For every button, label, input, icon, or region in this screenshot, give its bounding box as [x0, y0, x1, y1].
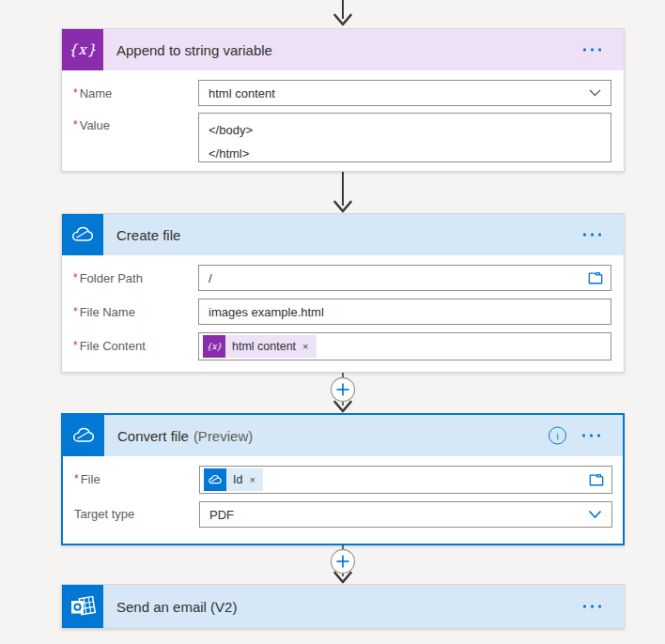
card-header[interactable]: Send an email (V2) [62, 585, 624, 628]
file-input[interactable]: Id × [199, 466, 612, 494]
onedrive-cloud-icon [204, 468, 226, 491]
field-label-file: *File [74, 472, 101, 486]
more-menu-button[interactable] [580, 429, 602, 443]
file-name-input[interactable]: images example.html [198, 299, 611, 325]
arrow-down-connector [326, 171, 360, 213]
file-content-input[interactable]: {x} html content × [198, 332, 611, 360]
token-pill-html-content[interactable]: {x} html content × [203, 335, 317, 358]
preview-tag: (Preview) [193, 428, 253, 444]
folder-icon[interactable] [588, 472, 605, 487]
name-value: html content [209, 86, 275, 100]
token-pill-id[interactable]: Id × [204, 468, 263, 491]
outlook-icon [62, 585, 103, 628]
chevron-down-icon[interactable] [588, 510, 602, 519]
chevron-down-icon[interactable] [589, 89, 601, 98]
field-label-target-type: Target type [74, 507, 134, 521]
file-name-value: images example.html [209, 305, 324, 319]
folder-path-input[interactable]: / [198, 265, 611, 291]
onedrive-cloud-icon [62, 214, 103, 255]
value-line: </html> [209, 142, 601, 165]
field-label-file-content: *File Content [73, 339, 146, 353]
variable-braces-x-icon: {x} [203, 335, 225, 358]
folder-path-value: / [209, 271, 212, 285]
field-label-value: *Value [73, 118, 110, 132]
card-header[interactable]: Convert file (Preview) i [63, 415, 623, 456]
value-line: </body> [209, 118, 601, 142]
plus-icon[interactable] [332, 550, 355, 574]
more-menu-button[interactable] [581, 43, 603, 57]
more-menu-button[interactable] [581, 228, 603, 242]
insert-step-connector[interactable] [326, 372, 360, 413]
plus-icon[interactable] [332, 378, 355, 402]
action-card-convert-file: Convert file (Preview) i *File Id × [61, 413, 625, 545]
target-type-dropdown[interactable]: PDF [199, 501, 612, 528]
value-textarea[interactable]: </body> </html> [198, 113, 611, 162]
field-label-folder-path: *Folder Path [73, 271, 143, 285]
card-title: Append to string variable [116, 29, 272, 70]
variable-braces-x-icon: {x} [62, 29, 103, 70]
arrow-down-connector [326, 0, 360, 28]
token-label: html content [232, 340, 296, 353]
required-marker: * [73, 86, 78, 100]
field-label-name: *Name [73, 86, 112, 100]
action-card-send-an-email: Send an email (V2) [61, 584, 625, 629]
target-type-value: PDF [209, 508, 234, 522]
required-marker: * [73, 118, 78, 131]
card-header[interactable]: {x} Append to string variable [62, 29, 624, 70]
action-card-create-file: Create file *Folder Path / *File Name im… [61, 213, 625, 373]
onedrive-cloud-icon [63, 415, 104, 456]
name-dropdown[interactable]: html content [198, 80, 611, 106]
card-title: Send an email (V2) [116, 585, 237, 628]
action-card-append-to-string-variable: {x} Append to string variable *Name html… [61, 28, 625, 172]
token-label: Id [233, 473, 242, 486]
remove-token-x-icon[interactable]: × [249, 474, 255, 485]
more-menu-button[interactable] [581, 600, 603, 614]
folder-icon[interactable] [587, 270, 604, 285]
insert-step-connector[interactable] [326, 545, 360, 584]
info-icon[interactable]: i [549, 427, 566, 445]
card-title: Convert file (Preview) [117, 415, 253, 456]
card-header[interactable]: Create file [62, 214, 624, 255]
remove-token-x-icon[interactable]: × [302, 341, 308, 352]
field-label-file-name: *File Name [73, 305, 135, 319]
card-title: Create file [116, 214, 180, 255]
